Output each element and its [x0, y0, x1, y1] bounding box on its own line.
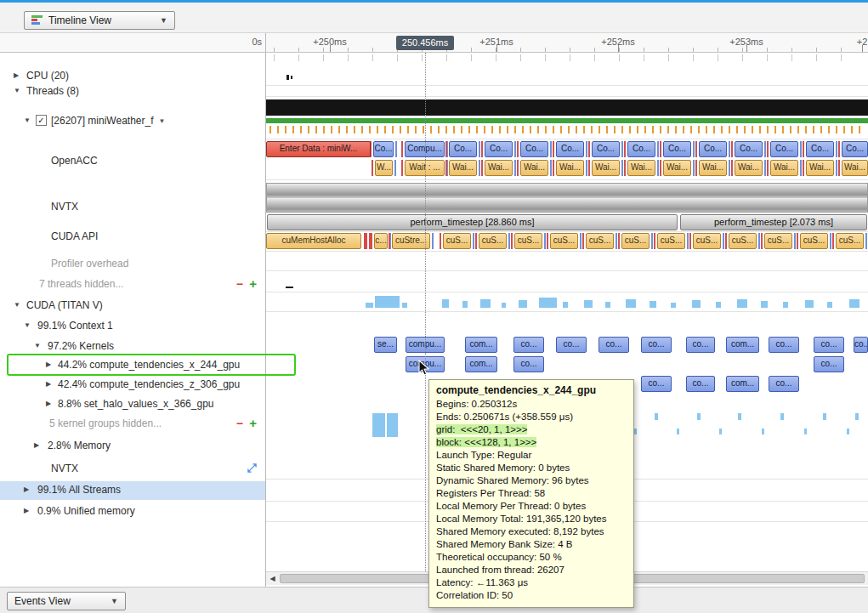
timeline-event-co[interactable]: Co... — [627, 141, 655, 157]
timeline-event[interactable] — [780, 413, 784, 420]
sidebar-item-99-1-all-streams[interactable]: ▶99.1% All Streams — [0, 481, 265, 500]
timeline-event-wai[interactable]: Wai... — [663, 160, 691, 176]
timeline-event-co[interactable]: co... — [686, 337, 715, 353]
add-row-icon[interactable]: + — [249, 415, 257, 432]
timeline-event-wai[interactable]: Wai... — [627, 160, 655, 176]
timeline-event-co[interactable]: Co... — [806, 141, 834, 157]
timeline-event-co[interactable]: co... — [814, 337, 844, 353]
timeline-event[interactable] — [855, 413, 859, 420]
sidebar-item-openacc[interactable]: OpenACC — [0, 152, 265, 169]
sidebar-item-99-1-context-1[interactable]: ▼99.1% Context 1 — [0, 317, 265, 334]
timeline-event-se[interactable]: se... — [374, 337, 397, 353]
timeline-event[interactable] — [626, 299, 636, 308]
sidebar-item-cuda-api[interactable]: CUDA API — [0, 228, 265, 245]
timeline-event-enter-data-miniw[interactable]: Enter Data : miniW... — [266, 141, 371, 157]
timeline-event[interactable] — [761, 301, 768, 308]
timeline-event-cus[interactable]: cuS... — [621, 233, 650, 249]
timeline-event[interactable] — [375, 296, 400, 308]
timeline-event-co[interactable]: co... — [641, 376, 672, 392]
timeline-event[interactable] — [502, 303, 506, 308]
timeline-event-w[interactable]: W... — [375, 160, 393, 176]
timeline-event[interactable] — [480, 299, 491, 308]
timeline-event-wai[interactable]: Wai... — [592, 160, 620, 176]
timeline-event-co[interactable]: Co... — [735, 141, 763, 157]
sidebar-item-5-kernel-groups-hidden[interactable]: 5 kernel groups hidden...−+ — [0, 415, 265, 432]
timeline-event-cus[interactable]: cuS... — [657, 233, 685, 249]
timeline-event[interactable] — [692, 300, 701, 308]
add-row-icon[interactable]: + — [249, 275, 257, 292]
tree-expand-icon[interactable]: ▶ — [24, 485, 29, 493]
timeline-event-wai[interactable]: Wai... — [520, 160, 548, 176]
timeline-ruler[interactable]: 0s 250.456ms +250ms+251ms+252ms+253ms+2 — [0, 33, 868, 53]
timeline-event[interactable] — [605, 302, 610, 308]
timeline-event-co[interactable]: Co... — [485, 141, 513, 157]
tree-collapse-icon[interactable]: ▼ — [14, 87, 20, 94]
timeline-event[interactable] — [655, 413, 658, 420]
timeline-event[interactable] — [584, 300, 593, 308]
tree-expand-icon[interactable]: ▶ — [14, 71, 19, 79]
timeline-event[interactable] — [364, 233, 367, 249]
timeline-event-co[interactable]: Co... — [556, 141, 584, 157]
timeline-event[interactable] — [372, 413, 385, 437]
timeline-event[interactable] — [369, 233, 372, 249]
timeline-event-co[interactable]: Co... — [663, 141, 691, 157]
timeline-event-co[interactable]: Co... — [449, 141, 477, 157]
timeline-event-wai[interactable]: Wai... — [806, 160, 834, 176]
sidebar-item-cpu-20[interactable]: ▶CPU (20) — [0, 67, 265, 84]
pane-divider[interactable] — [265, 33, 266, 587]
timeline-event[interactable] — [402, 303, 407, 308]
timeline-event-cumemhostalloc[interactable]: cuMemHostAlloc — [266, 233, 361, 249]
timeline-event[interactable] — [847, 429, 849, 434]
timeline-event-perform-timestep-28-860-ms[interactable]: perform_timestep [28.860 ms] — [267, 214, 678, 230]
timeline-event-wai[interactable]: Wai... — [556, 160, 584, 176]
timeline-event[interactable] — [387, 413, 398, 437]
timeline-event-wai[interactable]: Wai... — [770, 160, 798, 176]
sidebar-item-2-8-memory[interactable]: ▶2.8% Memory — [0, 437, 265, 454]
timeline-event-cus[interactable]: cuS... — [693, 233, 721, 249]
timeline-event[interactable] — [827, 302, 832, 308]
timeline-event[interactable] — [804, 429, 807, 434]
timeline-event[interactable] — [286, 75, 289, 80]
timeline-event-co[interactable]: Co... — [699, 141, 727, 157]
tree-collapse-icon[interactable]: ▼ — [34, 342, 41, 349]
sidebar-item-44-2-compute-tendencies-x-244-gpu[interactable]: ▶44.2% compute_tendencies_x_244_gpu — [0, 356, 265, 373]
timeline-event-wai[interactable]: Wai... — [842, 160, 868, 176]
timeline-event-co[interactable]: Co... — [373, 141, 394, 157]
timeline-event-co[interactable]: Co... — [842, 141, 868, 157]
tree-collapse-icon[interactable]: ▼ — [24, 116, 31, 124]
timeline-event[interactable] — [849, 299, 859, 308]
timeline-event[interactable] — [677, 429, 679, 434]
timeline-event-com[interactable]: com... — [726, 376, 759, 392]
timeline-event-co[interactable]: co... — [513, 356, 544, 372]
timeline-event-co[interactable]: co... — [769, 376, 799, 392]
timeline-event-com[interactable]: com... — [465, 356, 497, 372]
timeline-event-co[interactable]: co... — [513, 337, 544, 353]
sidebar-item-26207-miniweather-f[interactable]: ▼✓[26207] miniWeather_f▼ — [0, 112, 265, 129]
timeline-event[interactable] — [805, 300, 814, 308]
chevron-down-icon[interactable]: ▼ — [159, 117, 166, 125]
timeline-event[interactable] — [539, 298, 557, 308]
timeline-event-wai[interactable]: Wai... — [449, 160, 477, 176]
tree-expand-icon[interactable]: ▶ — [46, 400, 51, 407]
timeline-event-com[interactable]: com... — [726, 337, 759, 353]
expand-row-icon[interactable] — [247, 463, 257, 475]
sidebar-item-42-4-compute-tendencies-z-306-gpu[interactable]: ▶42.4% compute_tendencies_z_306_gpu — [0, 376, 265, 393]
timeline-event-wai[interactable]: Wai... — [735, 160, 763, 176]
timeline-event-cus[interactable]: cuS... — [514, 233, 542, 249]
tree-collapse-icon[interactable]: ▼ — [14, 301, 20, 309]
timeline-event-com[interactable]: com... — [465, 337, 497, 353]
timeline-event-co[interactable]: co... — [854, 337, 868, 353]
scroll-left-icon[interactable]: ◀ — [266, 572, 279, 585]
sidebar-item-cuda-titan-v[interactable]: ▼CUDA (TITAN V) — [0, 297, 265, 314]
tree-expand-icon[interactable]: ▶ — [46, 360, 51, 368]
view-selector-dropdown[interactable]: Timeline View ▼ — [24, 11, 175, 30]
timeline-event-co[interactable]: co... — [641, 337, 672, 353]
timeline-event[interactable] — [716, 302, 721, 308]
timeline-event-co[interactable]: Co... — [770, 141, 798, 157]
timeline-event[interactable] — [697, 413, 701, 420]
timeline-event[interactable] — [783, 302, 788, 308]
timeline-event-cus[interactable]: cuS... — [550, 233, 578, 249]
timeline-event-cus[interactable]: cuS... — [729, 233, 757, 249]
timeline-event[interactable] — [762, 429, 764, 434]
timeline-event-cus[interactable]: cuS... — [836, 233, 864, 249]
